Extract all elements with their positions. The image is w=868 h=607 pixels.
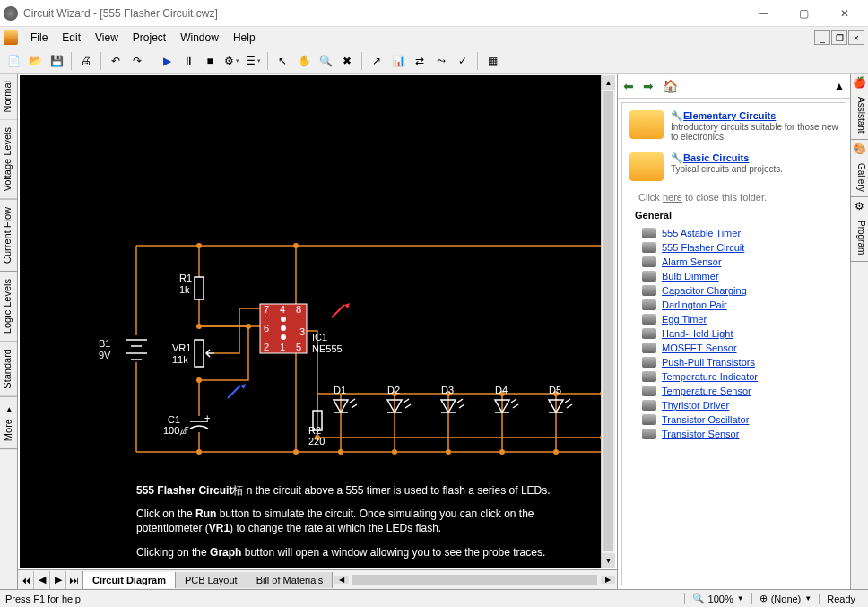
folder-link[interactable]: Elementary Circuits: [683, 110, 776, 121]
status-zoom[interactable]: 100%: [708, 594, 733, 604]
circuit-link[interactable]: Transistor Oscillator: [662, 414, 749, 425]
list-item[interactable]: Thyristor Driver: [642, 398, 838, 412]
zoom-tool[interactable]: 🔍: [316, 51, 335, 71]
tab-pcb-layout[interactable]: PCB Layout: [176, 572, 247, 588]
list-item[interactable]: Transistor Oscillator: [642, 412, 838, 427]
vtab-standard[interactable]: Standard: [0, 342, 17, 397]
circuit-link[interactable]: 555 Astable Timer: [662, 228, 741, 238]
list-item[interactable]: Push-Pull Transistors: [642, 355, 838, 369]
convert-button[interactable]: ⇄: [410, 51, 430, 71]
folder-elementary[interactable]: 🔧Elementary CircuitsIntroductory circuit…: [629, 110, 838, 142]
list-item[interactable]: Capacitor Charging: [642, 283, 838, 298]
tab-prev[interactable]: ◀: [34, 571, 50, 589]
circuit-link[interactable]: Temperature Indicator: [662, 371, 758, 382]
close-button[interactable]: ✕: [824, 1, 864, 26]
rtab-gallery[interactable]: Gallery: [851, 158, 868, 198]
component-ic1[interactable]: 7 4 8 6 3 2 1 5 IC1 NE555: [260, 304, 343, 354]
menu-project[interactable]: Project: [126, 29, 173, 47]
pointer-tool[interactable]: ↖: [273, 51, 292, 71]
tab-first[interactable]: ⏮: [18, 571, 34, 589]
menu-window[interactable]: Window: [173, 29, 226, 47]
circuit-link[interactable]: Darlington Pair: [662, 299, 727, 310]
list-item[interactable]: Temperature Sensor: [642, 384, 838, 398]
circuit-link[interactable]: Bulb Dimmer: [662, 271, 719, 282]
nav-forward[interactable]: ➡: [643, 79, 659, 93]
tab-last[interactable]: ⏭: [66, 571, 82, 589]
component-d1[interactable]: D1: [334, 385, 357, 412]
circuit-link[interactable]: Capacitor Charging: [662, 285, 747, 296]
rtab-assistant[interactable]: Assistant: [851, 91, 868, 140]
sim-speed-dropdown[interactable]: ⚙: [221, 51, 241, 71]
list-item[interactable]: Egg Timer: [642, 312, 838, 326]
component-d4[interactable]: D4: [495, 385, 518, 412]
stop-button[interactable]: ■: [200, 51, 220, 71]
mdi-close[interactable]: ×: [848, 30, 864, 45]
circuit-link[interactable]: MOSFET Sensor: [662, 343, 737, 353]
list-item[interactable]: Bulb Dimmer: [642, 269, 838, 283]
sim-options-dropdown[interactable]: ☰: [243, 51, 263, 71]
new-button[interactable]: 📄: [4, 51, 23, 71]
list-item[interactable]: Transistor Sensor: [642, 427, 838, 441]
pcb-view-button[interactable]: ▦: [482, 51, 502, 71]
close-folder-link[interactable]: here: [663, 192, 682, 203]
component-c1[interactable]: + C1 100㎌: [163, 412, 210, 436]
run-button[interactable]: ▶: [157, 51, 177, 71]
menu-file[interactable]: File: [23, 29, 55, 47]
component-d5[interactable]: D5: [549, 385, 572, 412]
vtab-normal[interactable]: Normal: [0, 74, 17, 120]
undo-button[interactable]: ↶: [106, 51, 126, 71]
component-vr1[interactable]: VR1 11k: [172, 340, 214, 367]
vtab-logic[interactable]: Logic Levels: [0, 272, 17, 342]
tab-circuit-diagram[interactable]: Circuit Diagram: [83, 572, 176, 588]
maximize-button[interactable]: ▢: [784, 1, 824, 26]
list-item[interactable]: 555 Astable Timer: [642, 226, 838, 240]
list-item[interactable]: Temperature Indicator: [642, 369, 838, 384]
probe-1[interactable]: [332, 303, 350, 317]
menu-help[interactable]: Help: [226, 29, 263, 47]
list-item[interactable]: Darlington Pair: [642, 298, 838, 312]
tab-next[interactable]: ▶: [50, 571, 66, 589]
nav-up[interactable]: ▲: [834, 80, 845, 92]
canvas-vscrollbar[interactable]: ▲▼: [601, 75, 615, 568]
circuit-link[interactable]: Hand-Held Light: [662, 328, 733, 339]
folder-link[interactable]: Basic Circuits: [683, 152, 749, 163]
graph-button[interactable]: 📊: [388, 51, 408, 71]
folder-basic[interactable]: 🔧Basic CircuitsTypical circuits and proj…: [629, 152, 838, 181]
redo-button[interactable]: ↷: [127, 51, 147, 71]
component-d3[interactable]: D3: [441, 385, 464, 412]
component-r1[interactable]: R1 1k: [179, 273, 204, 299]
save-button[interactable]: 💾: [47, 51, 66, 71]
pause-button[interactable]: ⏸: [178, 51, 198, 71]
check-button[interactable]: ✓: [453, 51, 473, 71]
mdi-restore[interactable]: ❐: [831, 30, 847, 45]
component-r2[interactable]: R2 220: [308, 411, 325, 447]
status-snap[interactable]: (None): [771, 594, 802, 604]
list-item[interactable]: Alarm Sensor: [642, 255, 838, 269]
circuit-link[interactable]: Push-Pull Transistors: [662, 357, 755, 368]
vtab-voltage[interactable]: Voltage Levels: [0, 120, 17, 200]
component-d2[interactable]: D2: [387, 385, 411, 412]
menu-edit[interactable]: Edit: [55, 29, 88, 47]
list-item[interactable]: MOSFET Sensor: [642, 341, 838, 355]
component-b1[interactable]: B1 9V: [99, 338, 147, 360]
list-item[interactable]: 555 Flasher Circuit: [642, 240, 838, 255]
list-item[interactable]: Hand-Held Light: [642, 326, 838, 341]
mdi-minimize[interactable]: _: [814, 30, 830, 45]
circuit-link[interactable]: Egg Timer: [662, 314, 707, 325]
delete-tool[interactable]: ✖: [337, 51, 357, 71]
vtab-current[interactable]: Current Flow: [0, 200, 17, 272]
probe-tool[interactable]: ↗: [367, 51, 386, 71]
pan-tool[interactable]: ✋: [294, 51, 314, 71]
print-button[interactable]: 🖨: [76, 51, 96, 71]
menu-view[interactable]: View: [88, 29, 126, 47]
minimize-button[interactable]: ─: [743, 1, 784, 26]
nav-back[interactable]: ⬅: [623, 79, 639, 93]
nav-home[interactable]: 🏠: [663, 79, 679, 93]
circuit-link[interactable]: Alarm Sensor: [662, 256, 722, 267]
circuit-link[interactable]: Transistor Sensor: [662, 429, 739, 439]
rtab-program[interactable]: Program: [851, 215, 868, 261]
canvas-hscrollbar[interactable]: ◀▶: [333, 575, 617, 585]
circuit-link[interactable]: Thyristor Driver: [662, 400, 729, 411]
probe-2[interactable]: [228, 384, 246, 398]
schematic-canvas[interactable]: B1 9V R1 1k VR1 11k: [20, 75, 601, 568]
